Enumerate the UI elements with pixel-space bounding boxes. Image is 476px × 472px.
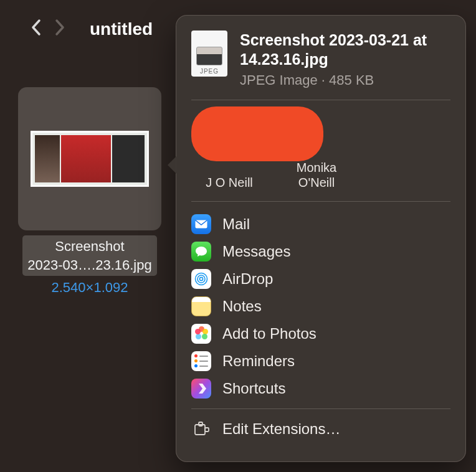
- nav-back-icon[interactable]: [31, 19, 41, 39]
- extensions-icon: [191, 419, 211, 439]
- share-popover: JPEG Screenshot 2023-03-21 at 14.23.16.j…: [176, 15, 466, 462]
- file-name-label[interactable]: Screenshot 2023-03….23.16.jpg: [22, 235, 156, 276]
- share-action-notes[interactable]: Notes: [191, 293, 450, 320]
- photos-icon: [191, 324, 211, 344]
- action-label: Add to Photos: [222, 325, 317, 342]
- person-name: J O Neill: [206, 175, 253, 190]
- share-action-messages[interactable]: Messages: [191, 238, 450, 265]
- svg-rect-6: [205, 428, 209, 432]
- redaction-overlay: [191, 106, 323, 161]
- file-caption: Screenshot 2023-03….23.16.jpg 2.540×1.09…: [16, 235, 163, 296]
- share-action-airdrop[interactable]: AirDrop: [191, 265, 450, 293]
- path-bar: untitled: [31, 19, 153, 39]
- edit-extensions-button[interactable]: Edit Extensions…: [191, 415, 450, 443]
- suggested-people-row: J O Neill Monika O'Neill: [191, 109, 450, 190]
- svg-point-1: [199, 277, 202, 280]
- person-name: Monika O'Neill: [297, 160, 336, 190]
- share-action-mail[interactable]: Mail: [191, 210, 450, 238]
- notes-icon: [191, 296, 211, 316]
- mail-icon: [191, 214, 211, 234]
- share-action-shortcuts[interactable]: Shortcuts: [191, 375, 450, 402]
- share-actions-list: Mail Messages AirDrop Notes: [191, 210, 450, 402]
- action-label: AirDrop: [222, 270, 273, 288]
- share-action-photos[interactable]: Add to Photos: [191, 320, 450, 347]
- popover-filename: Screenshot 2023-03-21 at 14.23.16.jpg: [240, 31, 450, 70]
- action-label: Messages: [222, 243, 290, 260]
- popover-file-meta: JPEG Image · 485 KB: [240, 72, 450, 88]
- svg-point-2: [198, 275, 205, 283]
- action-label: Mail: [222, 215, 250, 233]
- file-thumbnail[interactable]: [18, 87, 161, 230]
- reminders-icon: [191, 351, 211, 371]
- share-action-reminders[interactable]: Reminders: [191, 347, 450, 375]
- action-label: Shortcuts: [222, 380, 285, 397]
- messages-icon: [191, 242, 211, 262]
- thumbnail-image: [31, 131, 149, 187]
- file-type-badge: JPEG: [200, 68, 219, 75]
- file-dimensions: 2.540×1.092: [16, 280, 163, 296]
- edit-extensions-label: Edit Extensions…: [222, 420, 340, 438]
- airdrop-icon: [191, 269, 211, 289]
- popover-header: JPEG Screenshot 2023-03-21 at 14.23.16.j…: [191, 31, 450, 88]
- svg-rect-5: [199, 422, 202, 426]
- shortcuts-icon: [191, 379, 211, 399]
- file-type-icon: JPEG: [191, 31, 227, 77]
- action-label: Notes: [222, 298, 262, 315]
- action-label: Reminders: [222, 352, 295, 370]
- folder-title: untitled: [90, 19, 153, 39]
- nav-forward-icon[interactable]: [55, 19, 65, 39]
